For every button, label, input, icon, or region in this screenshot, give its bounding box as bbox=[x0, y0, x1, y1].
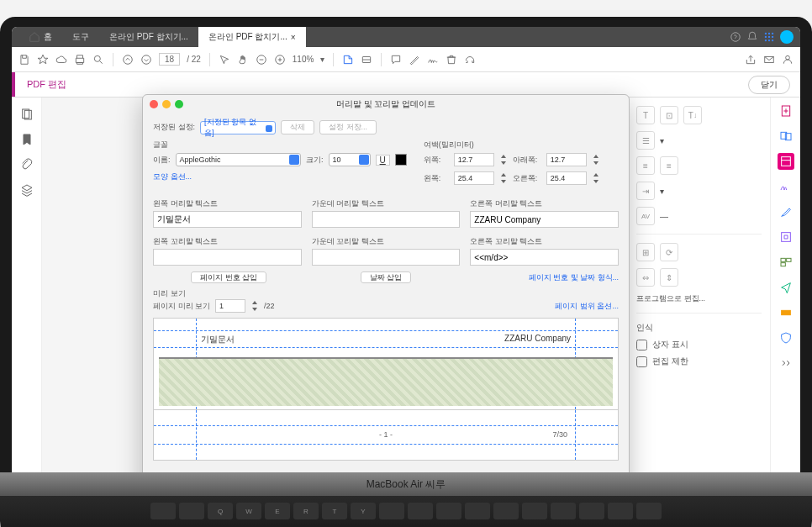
highlight-icon[interactable] bbox=[409, 54, 420, 66]
stepper-icon[interactable] bbox=[592, 171, 600, 185]
svg-point-7 bbox=[765, 40, 767, 41]
rail-send-icon[interactable] bbox=[778, 279, 794, 296]
page-date-format-link[interactable]: 페이지 번호 및 날짜 형식... bbox=[529, 273, 620, 282]
insert-date-button[interactable]: 날짜 삽입 bbox=[361, 271, 412, 283]
spacing-icon[interactable]: AV bbox=[636, 207, 655, 225]
rail-combine-icon[interactable] bbox=[778, 128, 794, 145]
header-center-input[interactable] bbox=[312, 211, 461, 228]
close-tab-icon[interactable]: × bbox=[291, 33, 296, 42]
print-icon[interactable] bbox=[74, 54, 86, 66]
share-icon[interactable] bbox=[745, 54, 757, 66]
save-settings-button[interactable]: 설정 저장... bbox=[319, 120, 377, 134]
search-icon[interactable] bbox=[92, 54, 104, 66]
rail-export-icon[interactable] bbox=[778, 229, 794, 245]
rail-more-icon[interactable] bbox=[778, 355, 794, 372]
stepper-icon[interactable] bbox=[499, 171, 508, 185]
font-size-select[interactable]: 10 bbox=[329, 153, 371, 166]
bell-icon[interactable] bbox=[746, 31, 758, 43]
tools-tab[interactable]: 도구 bbox=[62, 27, 99, 47]
stepper-icon[interactable] bbox=[499, 153, 508, 166]
align-left-icon[interactable]: ≡ bbox=[636, 156, 655, 175]
laptop-keyboard: QWERTY bbox=[0, 496, 812, 527]
underline-icon[interactable]: U bbox=[376, 155, 390, 166]
footer-right-input[interactable] bbox=[470, 249, 619, 266]
margin-left-input[interactable]: 25.4 bbox=[454, 171, 494, 185]
zoom-level[interactable]: 110% bbox=[293, 55, 314, 64]
text-subscript-icon[interactable]: T↓ bbox=[683, 106, 702, 124]
indent-icon[interactable]: ⇥ bbox=[636, 182, 655, 200]
cloud-icon[interactable] bbox=[55, 54, 67, 66]
star-icon[interactable] bbox=[37, 54, 49, 66]
appearance-options-link[interactable]: 모양 옵션... bbox=[153, 171, 407, 182]
zoom-out-icon[interactable] bbox=[256, 54, 267, 66]
page-up-icon[interactable] bbox=[122, 54, 134, 66]
headphones-icon[interactable] bbox=[464, 54, 476, 66]
header-right-input[interactable] bbox=[470, 211, 619, 228]
restrict-edit-checkbox[interactable] bbox=[636, 356, 647, 367]
sign-icon[interactable] bbox=[427, 54, 439, 66]
hand-icon[interactable] bbox=[237, 54, 249, 66]
text-tool-icon[interactable]: T bbox=[636, 106, 655, 124]
list-tool-icon[interactable]: ☰ bbox=[636, 131, 655, 150]
header-left-input[interactable] bbox=[153, 211, 302, 228]
user-avatar[interactable] bbox=[780, 30, 794, 44]
page-range-options-link[interactable]: 페이지 범위 옵션... bbox=[555, 301, 619, 312]
help-icon[interactable] bbox=[730, 31, 741, 43]
saved-settings-select[interactable]: [지정된 항목 없음] bbox=[200, 121, 276, 134]
rail-redact-icon[interactable] bbox=[778, 304, 794, 321]
rotate-icon[interactable]: ⟳ bbox=[660, 243, 678, 261]
margin-right-input[interactable]: 25.4 bbox=[546, 171, 587, 185]
mail-icon[interactable] bbox=[763, 54, 775, 66]
apps-icon[interactable] bbox=[763, 31, 775, 43]
rail-organize-icon[interactable] bbox=[778, 254, 794, 271]
pointer-icon[interactable] bbox=[219, 54, 230, 66]
show-boxes-checkbox[interactable] bbox=[636, 340, 647, 350]
rail-create-icon[interactable] bbox=[778, 103, 794, 119]
delete-settings-button[interactable]: 삭제 bbox=[281, 120, 314, 134]
stepper-icon[interactable] bbox=[250, 299, 259, 313]
flip-v-icon[interactable]: ⇕ bbox=[660, 268, 678, 287]
preview-page-input[interactable]: 1 bbox=[215, 299, 245, 313]
zoom-dropdown-icon[interactable]: ▾ bbox=[320, 55, 324, 64]
edit-tool-icon[interactable] bbox=[342, 54, 354, 66]
rail-protect-icon[interactable] bbox=[778, 329, 794, 346]
page-down-icon[interactable] bbox=[140, 54, 152, 66]
footer-center-input[interactable] bbox=[312, 249, 461, 266]
margin-bottom-input[interactable]: 12.7 bbox=[546, 153, 587, 166]
close-edit-button[interactable]: 닫기 bbox=[748, 76, 790, 94]
save-icon[interactable] bbox=[18, 54, 30, 66]
preview-pane-bottom: - 1 - 7/30 bbox=[153, 410, 619, 461]
image-tool-icon[interactable]: ⊡ bbox=[660, 106, 678, 124]
trash-icon[interactable] bbox=[446, 54, 457, 66]
dropdown-icon[interactable]: ▾ bbox=[660, 136, 664, 145]
bookmark-icon[interactable] bbox=[20, 133, 34, 146]
margin-top-input[interactable]: 12.7 bbox=[454, 153, 494, 166]
svg-rect-24 bbox=[781, 233, 790, 242]
doc-tab-1[interactable]: 온라인 PDF 합치기... bbox=[99, 27, 198, 47]
dropdown-icon-2[interactable]: ▾ bbox=[660, 187, 664, 196]
layers-icon[interactable] bbox=[20, 183, 34, 197]
form-tool-icon[interactable] bbox=[361, 54, 372, 66]
flip-h-icon[interactable]: ⇔ bbox=[636, 268, 655, 287]
rail-comment-icon[interactable] bbox=[778, 203, 794, 220]
stepper-icon[interactable] bbox=[592, 153, 600, 166]
align-center-icon[interactable]: ≡ bbox=[660, 156, 678, 175]
thumbnails-icon[interactable] bbox=[20, 108, 34, 121]
svg-point-1 bbox=[765, 33, 767, 34]
home-tab[interactable]: 홈 bbox=[18, 27, 62, 47]
color-swatch[interactable] bbox=[395, 154, 407, 166]
rail-sign-icon[interactable] bbox=[778, 178, 794, 195]
zoom-in-icon[interactable] bbox=[274, 54, 286, 66]
attachment-icon[interactable] bbox=[20, 158, 34, 171]
footer-left-input[interactable] bbox=[153, 249, 302, 266]
font-name-select[interactable]: AppleGothic bbox=[176, 153, 302, 166]
doc-tab-2[interactable]: 온라인 PDF 합치기... × bbox=[198, 27, 306, 47]
svg-point-3 bbox=[772, 33, 773, 34]
account-icon[interactable] bbox=[782, 54, 794, 66]
comment-icon[interactable] bbox=[390, 54, 402, 66]
page-current[interactable]: 18 bbox=[159, 53, 180, 66]
rail-edit-icon[interactable] bbox=[778, 153, 794, 170]
insert-page-number-button[interactable]: 페이지 번호 삽입 bbox=[191, 271, 266, 283]
svg-point-5 bbox=[768, 36, 770, 38]
crop-icon[interactable]: ⊞ bbox=[636, 243, 655, 261]
